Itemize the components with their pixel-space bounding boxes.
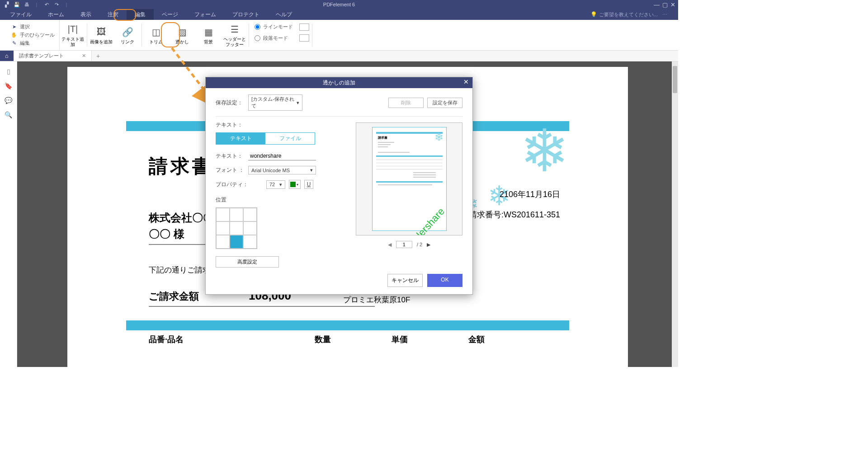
tell-me-search[interactable]: 💡 ご要望を教えてください... ⋯ (590, 11, 676, 18)
menu-file[interactable]: ファイル (2, 9, 40, 20)
edit-pencil-icon: ✎ (11, 40, 17, 47)
pos-bc[interactable] (230, 235, 243, 249)
paragraph-mode-radio[interactable] (255, 35, 260, 41)
ribbon-header-footer[interactable]: ☰ヘッダーとフッター (222, 20, 248, 50)
save-settings-button[interactable]: 設定を保存 (427, 98, 462, 108)
delete-button[interactable]: 削除 (388, 98, 424, 108)
thumbnails-icon[interactable]: ▯ (5, 68, 12, 75)
ribbon-watermark[interactable]: ▨透かし (169, 20, 195, 50)
menu-edit[interactable]: 編集 (127, 9, 154, 20)
image-icon: 🖼 (95, 26, 108, 38)
qat-print-icon[interactable]: 🖶 (24, 1, 30, 8)
col-unit-price: 単価 (361, 334, 438, 345)
mode-icon-1[interactable] (299, 24, 309, 31)
ok-button[interactable]: OK (427, 274, 462, 287)
ribbon-toolbar: ➤選択 ✋手のひらツール ✎編集 |T|テキスト追加 🖼画像を追加 🔗リンク ◫… (0, 20, 678, 51)
pos-tl[interactable] (216, 208, 230, 221)
menu-view[interactable]: 表示 (72, 9, 99, 20)
qat-sep: | (33, 1, 40, 8)
chevron-down-icon: ▾ (279, 182, 282, 188)
position-grid (216, 207, 257, 249)
advanced-settings-button[interactable]: 高度設定 (216, 256, 279, 268)
font-size-select[interactable]: 72▾ (266, 180, 285, 189)
save-settings-label: 保存設定： (216, 99, 245, 107)
app-title: PDFelement 6 (323, 2, 355, 7)
source-tabs: テキスト ファイル (216, 132, 315, 145)
window-minimize-icon[interactable]: ― (654, 1, 660, 8)
text-icon: |T| (66, 23, 79, 36)
ribbon-link[interactable]: 🔗リンク (114, 20, 141, 50)
tab-text[interactable]: テキスト (216, 133, 265, 144)
text-section-label: テキスト： (216, 121, 351, 129)
col-qty: 数量 (284, 334, 361, 345)
save-settings-select[interactable]: [カスタム-保存されて▾ (248, 94, 302, 111)
ribbon-select[interactable]: ➤選択 (11, 24, 55, 30)
background-icon: ▦ (202, 26, 215, 38)
scrollbar-thumb[interactable] (673, 66, 677, 93)
app-icon: ▞ (4, 1, 10, 8)
hand-icon: ✋ (11, 32, 17, 38)
window-close-icon[interactable]: ✕ (670, 1, 675, 8)
chevron-down-icon: ▾ (297, 183, 298, 187)
font-label: フォント ： (216, 166, 245, 174)
search-icon[interactable]: 🔍 (5, 111, 12, 118)
qat-undo-icon[interactable]: ↶ (43, 1, 50, 8)
pos-tr[interactable] (243, 208, 257, 221)
pos-mr[interactable] (243, 221, 257, 235)
ribbon-add-image[interactable]: 🖼画像を追加 (88, 20, 114, 50)
ribbon-add-text[interactable]: |T|テキスト追加 (60, 20, 86, 50)
ribbon-edit[interactable]: ✎編集 (11, 40, 55, 47)
cancel-button[interactable]: キャンセル (387, 274, 423, 287)
qat-save-icon[interactable]: 💾 (14, 1, 20, 8)
snowflake-decoration-icon: ❄ (434, 131, 443, 144)
document-tab-label: 請求書テンプレート (19, 52, 64, 59)
preview-box: ❄ 請求書 wondershare (356, 122, 462, 235)
tab-close-icon[interactable]: ✕ (82, 53, 86, 59)
line-mode-radio[interactable] (255, 24, 260, 30)
window-maximize-icon[interactable]: ▢ (662, 1, 668, 8)
col-item: 品番·品名 (149, 334, 284, 345)
font-select[interactable]: Arial Unicode MS▾ (248, 166, 316, 174)
qat-sep2: | (63, 1, 70, 8)
underline-toggle[interactable]: U (304, 180, 313, 189)
qat-redo-icon[interactable]: ↷ (53, 1, 60, 8)
preview-page: ❄ 請求書 wondershare (372, 127, 447, 231)
pager-next-icon[interactable]: ▶ (427, 242, 430, 248)
menu-page[interactable]: ページ (154, 9, 186, 20)
pos-bl[interactable] (216, 235, 230, 249)
tell-me-label: ご要望を教えてください... (599, 11, 658, 18)
tab-file[interactable]: ファイル (265, 133, 315, 144)
add-tab-button[interactable]: + (92, 51, 104, 61)
ribbon-paragraph-mode[interactable]: 段落モード (255, 35, 293, 42)
ribbon-background[interactable]: ▦背景 (195, 20, 222, 50)
bookmark-icon[interactable]: 🔖 (5, 82, 12, 89)
vertical-scrollbar[interactable] (672, 61, 678, 367)
watermark-text-input[interactable] (248, 152, 316, 160)
home-tab-icon[interactable]: ⌂ (0, 51, 14, 61)
doc-table-header-bar (126, 320, 569, 330)
pager-prev-icon[interactable]: ◀ (388, 242, 392, 248)
pos-ml[interactable] (216, 221, 230, 235)
document-tab[interactable]: 請求書テンプレート ✕ (14, 51, 92, 61)
comment-icon[interactable]: 💬 (5, 97, 12, 104)
header-footer-icon: ☰ (228, 23, 241, 36)
doc-address-2: プロミエ秋葉原10F (343, 295, 410, 305)
ribbon-trim[interactable]: ◫トリム (143, 20, 169, 50)
menu-help[interactable]: ヘルプ (268, 9, 300, 20)
font-color-picker[interactable]: ▾ (289, 180, 301, 189)
pager-current-input[interactable] (396, 241, 412, 248)
pos-mc[interactable] (230, 221, 243, 235)
pos-br[interactable] (243, 235, 257, 249)
menu-form[interactable]: フォーム (186, 9, 224, 20)
crop-icon: ◫ (150, 26, 162, 38)
pos-tc[interactable] (230, 208, 243, 221)
menu-home[interactable]: ホーム (40, 9, 72, 20)
dialog-titlebar: 透かしの追加 ✕ (206, 77, 472, 88)
ribbon-line-mode[interactable]: ラインモード (255, 24, 293, 30)
dialog-close-icon[interactable]: ✕ (462, 78, 471, 85)
menu-annotate[interactable]: 注釈 (99, 9, 127, 20)
document-tabs: ⌂ 請求書テンプレート ✕ + (0, 51, 678, 61)
mode-icon-2[interactable] (299, 34, 309, 42)
ribbon-hand-tool[interactable]: ✋手のひらツール (11, 32, 55, 38)
menu-protect[interactable]: プロテクト (224, 9, 268, 20)
